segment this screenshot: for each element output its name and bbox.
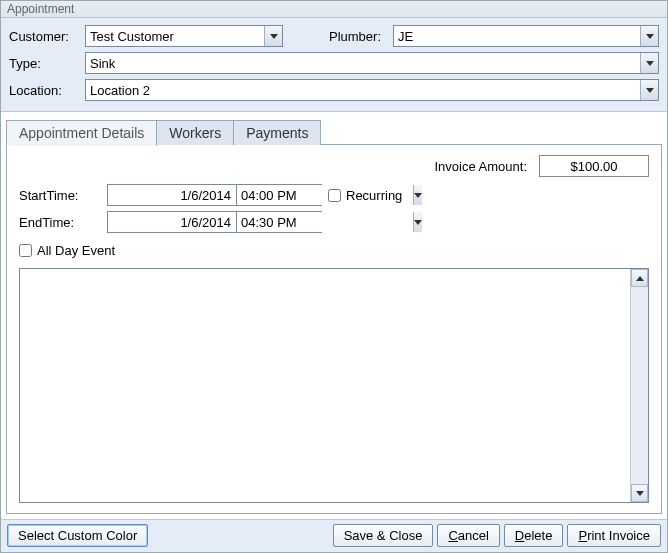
- action-bar: Select Custom Color Save & Close Cancel …: [1, 519, 667, 552]
- chevron-up-icon: [636, 276, 644, 281]
- listbox-scrollbar[interactable]: [630, 269, 648, 502]
- chevron-down-icon: [636, 491, 644, 496]
- scroll-down-button[interactable]: [631, 484, 648, 502]
- delete-button[interactable]: Delete: [504, 524, 564, 547]
- end-time-combobox[interactable]: [236, 211, 322, 233]
- plumber-label: Plumber:: [303, 29, 381, 44]
- recurring-label: Recurring: [346, 188, 402, 203]
- tab-payments[interactable]: Payments: [233, 120, 321, 145]
- endtime-label: EndTime:: [19, 215, 107, 230]
- customer-input[interactable]: [86, 26, 264, 46]
- location-label: Location:: [9, 83, 85, 98]
- allday-checkbox-wrap[interactable]: All Day Event: [19, 243, 649, 258]
- listbox-content[interactable]: [20, 269, 630, 502]
- print-invoice-button[interactable]: Print Invoice: [567, 524, 661, 547]
- appointment-details-panel: Invoice Amount: StartTime: Recurring End…: [6, 145, 662, 514]
- end-time-dropdown-button[interactable]: [413, 212, 422, 232]
- recurring-checkbox-wrap[interactable]: Recurring: [328, 188, 402, 203]
- chevron-down-icon: [646, 88, 654, 93]
- select-custom-color-button[interactable]: Select Custom Color: [7, 524, 148, 547]
- appointment-window: Appointment Customer: Plumber: Type: Loc…: [0, 0, 668, 553]
- window-title: Appointment: [7, 2, 74, 16]
- allday-label: All Day Event: [37, 243, 115, 258]
- chevron-down-icon: [646, 61, 654, 66]
- type-combobox[interactable]: [85, 52, 659, 74]
- start-time-dropdown-button[interactable]: [413, 185, 422, 205]
- type-label: Type:: [9, 56, 85, 71]
- location-dropdown-button[interactable]: [640, 80, 658, 100]
- chevron-down-icon: [414, 193, 422, 198]
- location-input[interactable]: [86, 80, 640, 100]
- tab-workers[interactable]: Workers: [156, 120, 234, 145]
- save-close-button[interactable]: Save & Close: [333, 524, 434, 547]
- recurring-checkbox[interactable]: [328, 189, 341, 202]
- invoice-amount-label: Invoice Amount:: [435, 159, 528, 174]
- scroll-up-button[interactable]: [631, 269, 648, 287]
- chevron-down-icon: [646, 34, 654, 39]
- invoice-amount-input[interactable]: [539, 155, 649, 177]
- header-form: Customer: Plumber: Type: Location:: [1, 18, 667, 112]
- start-time-combobox[interactable]: [236, 184, 322, 206]
- tab-appointment-details[interactable]: Appointment Details: [6, 120, 157, 146]
- details-listbox[interactable]: [19, 268, 649, 503]
- allday-checkbox[interactable]: [19, 244, 32, 257]
- plumber-combobox[interactable]: [393, 25, 659, 47]
- cancel-button[interactable]: Cancel: [437, 524, 499, 547]
- location-combobox[interactable]: [85, 79, 659, 101]
- starttime-label: StartTime:: [19, 188, 107, 203]
- customer-combobox[interactable]: [85, 25, 283, 47]
- customer-label: Customer:: [9, 29, 85, 44]
- start-date-input[interactable]: [107, 184, 237, 206]
- plumber-input[interactable]: [394, 26, 640, 46]
- type-dropdown-button[interactable]: [640, 53, 658, 73]
- chevron-down-icon: [414, 220, 422, 225]
- tab-bar: Appointment Details Workers Payments: [1, 118, 667, 145]
- chevron-down-icon: [270, 34, 278, 39]
- end-time-input[interactable]: [237, 212, 413, 232]
- type-input[interactable]: [86, 53, 640, 73]
- window-titlebar: Appointment: [1, 1, 667, 18]
- end-date-input[interactable]: [107, 211, 237, 233]
- customer-dropdown-button[interactable]: [264, 26, 282, 46]
- plumber-dropdown-button[interactable]: [640, 26, 658, 46]
